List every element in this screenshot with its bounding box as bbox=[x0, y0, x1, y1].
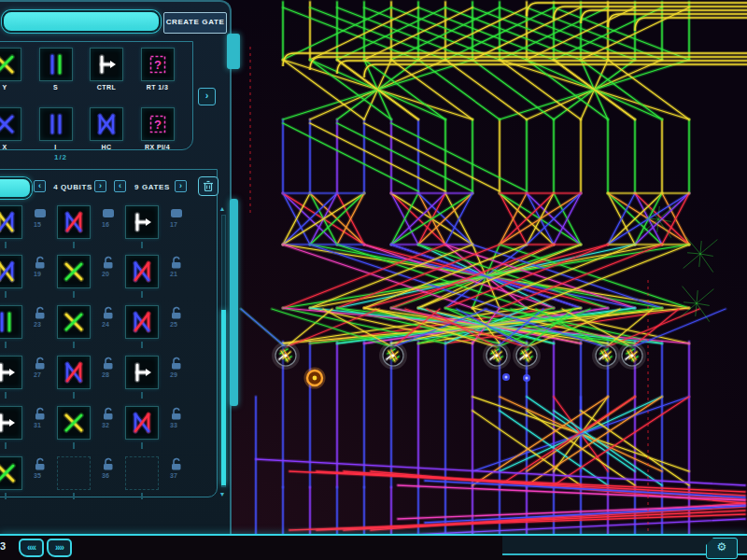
inventory-slot-37[interactable] bbox=[125, 456, 159, 490]
palette-gate-hc[interactable] bbox=[90, 107, 123, 141]
slot-connector-tick bbox=[73, 442, 75, 449]
palette-gate-label: Y bbox=[0, 84, 30, 91]
slot-number: 31 bbox=[34, 422, 49, 428]
slot-connector-tick bbox=[141, 392, 143, 399]
inventory-slot-21[interactable] bbox=[125, 255, 159, 288]
svg-text:?: ? bbox=[154, 118, 162, 132]
open-lock-icon[interactable] bbox=[170, 256, 183, 270]
inventory-slot-35[interactable] bbox=[0, 456, 22, 490]
slot-number: 33 bbox=[170, 422, 185, 428]
create-gate-button[interactable]: CREATE GATE bbox=[163, 12, 227, 34]
inventory-slot-23[interactable] bbox=[0, 305, 22, 339]
open-lock-icon[interactable] bbox=[34, 407, 47, 421]
palette-gate-label: RT 1/3 bbox=[133, 84, 183, 91]
qubits-decrement-button[interactable]: ‹ bbox=[34, 180, 46, 192]
rewind-button[interactable]: «« bbox=[19, 539, 44, 557]
palette-gate-ctrl[interactable] bbox=[90, 48, 123, 81]
slot-number: 16 bbox=[102, 221, 117, 228]
palette-gate-label: S bbox=[31, 84, 81, 91]
slot-connector-tick bbox=[73, 493, 75, 499]
open-lock-icon[interactable] bbox=[102, 357, 115, 371]
open-lock-icon[interactable] bbox=[102, 457, 115, 471]
inventory-slot-28[interactable] bbox=[57, 356, 91, 389]
scroll-up-button[interactable]: ▲ bbox=[216, 204, 229, 213]
inventory-slot-32[interactable] bbox=[57, 406, 91, 440]
slot-number: 36 bbox=[102, 472, 117, 479]
slot-number: 15 bbox=[34, 221, 49, 228]
slot-connector-tick bbox=[5, 242, 7, 248]
slot-number: 19 bbox=[34, 271, 49, 277]
inventory-slot-31[interactable] bbox=[0, 406, 22, 440]
inventory-slot-24[interactable] bbox=[57, 305, 91, 339]
open-lock-icon[interactable] bbox=[34, 256, 47, 270]
slot-connector-tick bbox=[73, 291, 75, 298]
inventory-scrollbar-thumb[interactable] bbox=[221, 310, 226, 485]
bottom-toolbar: 3 «« »» ⚙ bbox=[0, 534, 747, 560]
panel-edge-scrollbar[interactable] bbox=[230, 199, 238, 406]
trash-button[interactable] bbox=[198, 176, 218, 196]
slot-connector-tick bbox=[73, 342, 75, 348]
filled-tab-icon[interactable] bbox=[34, 206, 47, 220]
filled-tab-icon[interactable] bbox=[170, 206, 183, 220]
inventory-slot-27[interactable] bbox=[0, 356, 22, 389]
slot-connector-tick bbox=[141, 291, 143, 298]
palette-gate-s[interactable] bbox=[39, 48, 73, 81]
palette-page-indicator: 1/2 bbox=[35, 153, 86, 161]
slot-number: 21 bbox=[170, 271, 185, 277]
palette-gate-label: CTRL bbox=[81, 84, 132, 91]
inventory-search-input[interactable] bbox=[0, 177, 32, 199]
slot-number: 23 bbox=[34, 321, 49, 328]
inventory-slot-29[interactable] bbox=[125, 356, 159, 389]
gate-name-input[interactable] bbox=[2, 10, 161, 33]
scroll-down-button[interactable]: ▼ bbox=[216, 490, 229, 498]
palette-gate-label: RX PI/4 bbox=[133, 144, 183, 150]
gates-increment-button[interactable]: › bbox=[175, 180, 187, 192]
forward-icon2: » bbox=[60, 542, 64, 553]
slot-connector-tick bbox=[5, 493, 7, 499]
quantum-circuit-app: CREATE GATE YSCTRL?RT 1/3XIHC?RX PI/4 › … bbox=[0, 0, 747, 560]
open-lock-icon[interactable] bbox=[102, 306, 115, 320]
rewind-icon2: « bbox=[32, 542, 36, 553]
palette-next-page-button[interactable]: › bbox=[198, 88, 216, 105]
fast-forward-button[interactable]: »» bbox=[47, 539, 72, 557]
gates-decrement-button[interactable]: ‹ bbox=[114, 180, 126, 192]
open-lock-icon[interactable] bbox=[170, 306, 183, 320]
open-lock-icon[interactable] bbox=[170, 407, 183, 421]
inventory-slot-36[interactable] bbox=[57, 456, 91, 490]
inventory-slot-17[interactable] bbox=[125, 205, 159, 239]
slot-connector-tick bbox=[73, 242, 75, 248]
open-lock-icon[interactable] bbox=[102, 256, 115, 270]
palette-gate-i[interactable] bbox=[39, 107, 73, 141]
inventory-slot-15[interactable] bbox=[0, 205, 22, 239]
inventory-slot-33[interactable] bbox=[125, 406, 159, 440]
qubits-increment-button[interactable]: › bbox=[94, 180, 106, 192]
slot-number: 25 bbox=[170, 321, 185, 328]
inventory-slot-20[interactable] bbox=[57, 255, 91, 288]
palette-gate-rx-pi-4[interactable]: ? bbox=[141, 107, 175, 141]
panel-edge-accent-tab bbox=[227, 34, 240, 69]
palette-gate-y[interactable] bbox=[0, 48, 21, 81]
inventory-slot-16[interactable] bbox=[57, 205, 91, 239]
open-lock-icon[interactable] bbox=[34, 306, 47, 320]
svg-text:?: ? bbox=[154, 58, 162, 72]
slot-connector-tick bbox=[73, 392, 75, 399]
inventory-slot-19[interactable] bbox=[0, 255, 22, 288]
slot-connector-tick bbox=[141, 342, 143, 348]
slot-connector-tick bbox=[141, 493, 143, 499]
open-lock-icon[interactable] bbox=[34, 357, 47, 371]
inventory-slot-25[interactable] bbox=[125, 305, 159, 339]
slot-connector-tick bbox=[5, 291, 7, 298]
trash-icon bbox=[203, 180, 214, 192]
open-lock-icon[interactable] bbox=[170, 357, 183, 371]
slot-number: 27 bbox=[34, 371, 49, 378]
open-lock-icon[interactable] bbox=[170, 457, 183, 471]
gate-panel: CREATE GATE YSCTRL?RT 1/3XIHC?RX PI/4 › … bbox=[0, 0, 232, 534]
palette-gate-rt-1-3[interactable]: ? bbox=[141, 48, 175, 81]
open-lock-icon[interactable] bbox=[102, 407, 115, 421]
slot-number: 17 bbox=[170, 221, 185, 228]
palette-gate-x[interactable] bbox=[0, 107, 21, 141]
open-lock-icon[interactable] bbox=[34, 457, 47, 471]
filled-tab-icon[interactable] bbox=[102, 206, 115, 220]
settings-button[interactable]: ⚙ bbox=[706, 538, 738, 559]
palette-gate-label: HC bbox=[81, 144, 132, 150]
